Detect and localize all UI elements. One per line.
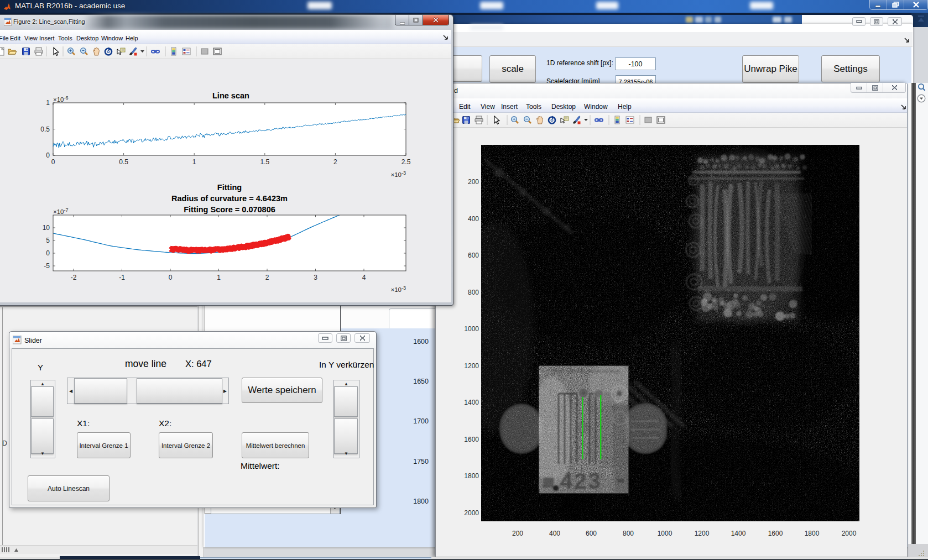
svg-text:200: 200 (468, 178, 479, 186)
svg-text:200: 200 (512, 530, 523, 537)
svg-text:1.5: 1.5 (260, 158, 269, 166)
svg-text:1800: 1800 (464, 472, 479, 480)
svg-text:0: 0 (46, 249, 50, 257)
svg-text:Radius of curvature = 4.6423m: Radius of curvature = 4.6423m (171, 194, 288, 203)
svg-text:2.5: 2.5 (402, 158, 411, 166)
svg-text:-1: -1 (119, 274, 125, 281)
svg-text:1600: 1600 (768, 530, 783, 537)
svg-text:0: 0 (46, 151, 50, 159)
svg-text:2: 2 (265, 274, 269, 281)
svg-text:4: 4 (362, 274, 366, 281)
svg-text:1400: 1400 (731, 530, 746, 537)
svg-text:600: 600 (586, 530, 597, 537)
svg-text:1200: 1200 (695, 530, 710, 537)
svg-text:2000: 2000 (464, 509, 479, 517)
svg-text:-5: -5 (44, 262, 50, 270)
svg-text:×10-6: ×10-6 (53, 95, 69, 103)
svg-text:0: 0 (169, 274, 173, 281)
svg-text:423: 423 (560, 469, 602, 493)
svg-text:3: 3 (314, 274, 317, 281)
svg-text:0.5: 0.5 (40, 125, 50, 133)
svg-text:1: 1 (217, 274, 221, 281)
svg-text:10: 10 (43, 224, 50, 232)
svg-text:1400: 1400 (464, 399, 479, 406)
svg-text:×10-3: ×10-3 (390, 170, 406, 178)
svg-text:1000: 1000 (464, 325, 479, 333)
svg-text:400: 400 (549, 530, 560, 537)
svg-text:5: 5 (46, 237, 50, 244)
svg-text:800: 800 (623, 530, 634, 537)
svg-text:2000: 2000 (842, 530, 857, 537)
svg-text:0: 0 (51, 158, 55, 166)
svg-text:800: 800 (468, 289, 479, 296)
svg-text:1: 1 (46, 99, 50, 107)
svg-text:0.5: 0.5 (119, 158, 128, 166)
svg-text:1800: 1800 (805, 530, 820, 537)
svg-text:1600: 1600 (464, 436, 479, 443)
svg-text:600: 600 (468, 252, 479, 259)
svg-text:Line scan: Line scan (212, 91, 249, 100)
svg-text:1000: 1000 (658, 530, 672, 537)
svg-text:CONTINENTAL MICROSCALE: CONTINENTAL MICROSCALE (552, 369, 619, 374)
svg-text:1200: 1200 (464, 362, 479, 370)
svg-text:400: 400 (468, 215, 479, 223)
svg-text:×10-3: ×10-3 (390, 285, 406, 293)
svg-text:Fitting Score = 0.070806: Fitting Score = 0.070806 (184, 205, 275, 214)
svg-text:×10-7: ×10-7 (53, 207, 69, 215)
svg-text:1: 1 (192, 158, 196, 166)
svg-text:2: 2 (333, 158, 337, 166)
svg-text:-2: -2 (71, 274, 77, 281)
svg-text:Fitting: Fitting (217, 183, 242, 192)
